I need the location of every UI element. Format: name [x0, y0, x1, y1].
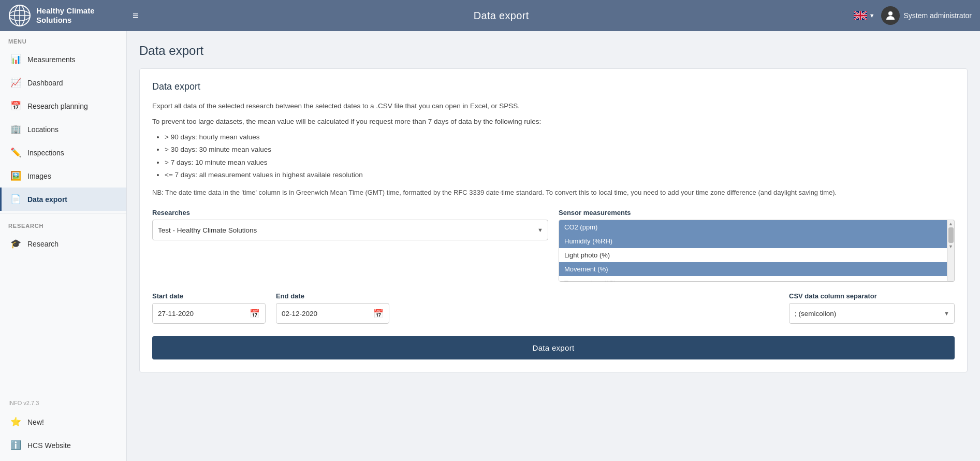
- sidebar-item-locations[interactable]: 🏢 Locations: [0, 118, 126, 141]
- sensor-item-light[interactable]: Light photo (%): [559, 248, 947, 262]
- research-select[interactable]: Test - Healthy Climate Solutions: [152, 220, 548, 240]
- sidebar-item-research[interactable]: 🎓 Research: [0, 232, 126, 255]
- user-info: System administrator: [881, 6, 972, 25]
- sidebar-item-measurements[interactable]: 📊 Measurements: [0, 48, 126, 71]
- sidebar-item-label: Inspections: [27, 149, 64, 157]
- description-1: Export all data of the selected research…: [152, 100, 955, 112]
- brand-logo: [8, 4, 31, 27]
- uk-flag-icon: [854, 11, 867, 20]
- end-date-calendar-icon[interactable]: 📅: [373, 309, 384, 319]
- research-label: RESEARCH: [0, 215, 126, 232]
- end-date-wrapper: 📅: [276, 303, 389, 324]
- researches-group: Researches Test - Healthy Climate Soluti…: [152, 209, 548, 282]
- sensor-scrollbar[interactable]: ▲ ▼: [947, 220, 955, 282]
- csv-label: CSV data column separator: [789, 292, 955, 300]
- rules-list: > 90 days: hourly mean values > 30 days:…: [152, 131, 955, 181]
- start-date-calendar-icon[interactable]: 📅: [250, 309, 260, 319]
- sensor-group: Sensor measurements CO2 (ppm) Humidity (…: [559, 209, 955, 282]
- data-export-icon: 📄: [10, 194, 21, 205]
- sidebar-item-inspections[interactable]: ✏️ Inspections: [0, 141, 126, 164]
- research-icon: 🎓: [10, 238, 21, 249]
- page-title: Data export: [139, 44, 968, 58]
- menu-label: MENU: [0, 31, 126, 48]
- sidebar-item-label: New!: [27, 418, 44, 426]
- rule-item: > 30 days: 30 minute mean values: [165, 143, 955, 156]
- start-date-group: Start date 📅: [152, 292, 266, 324]
- measurements-icon: 📊: [10, 54, 21, 65]
- sidebar-item-label: Data export: [27, 195, 67, 204]
- content-area: Data export Data export Export all data …: [127, 31, 980, 461]
- sensor-label: Sensor measurements: [559, 209, 955, 217]
- rule-item: > 7 days: 10 minute mean values: [165, 156, 955, 169]
- rule-item: <= 7 days: all measurement values in hig…: [165, 169, 955, 181]
- end-date-label: End date: [276, 292, 389, 300]
- brand-name: Healthy ClimateSolutions: [36, 6, 95, 25]
- hamburger-button[interactable]: ≡: [133, 10, 139, 22]
- hcs-website-icon: ℹ️: [10, 440, 21, 451]
- start-date-input[interactable]: [158, 310, 245, 318]
- sidebar-item-label: HCS Website: [27, 441, 71, 450]
- header-right-controls: ▼ System administrator: [854, 6, 972, 25]
- sidebar-item-label: Locations: [27, 125, 58, 134]
- svg-point-6: [888, 11, 893, 16]
- language-selector[interactable]: ▼: [854, 11, 875, 20]
- sidebar-item-new[interactable]: ⭐ New!: [0, 410, 126, 434]
- card-title: Data export: [152, 81, 955, 92]
- sidebar-item-dashboard[interactable]: 📈 Dashboard: [0, 71, 126, 94]
- main-layout: MENU 📊 Measurements 📈 Dashboard 📅 Resear…: [0, 31, 980, 461]
- csv-select[interactable]: ; (semicollon) , (comma) \t (tab): [789, 303, 955, 324]
- header-page-title: Data export: [149, 10, 854, 22]
- researches-label: Researches: [152, 209, 548, 217]
- csv-group: CSV data column separator ; (semicollon)…: [789, 292, 955, 324]
- research-select-wrapper: Test - Healthy Climate Solutions: [152, 220, 548, 240]
- locations-icon: 🏢: [10, 124, 21, 135]
- sensor-listbox-wrapper: CO2 (ppm) Humidity (%RH) Light photo (%)…: [559, 220, 955, 282]
- language-arrow: ▼: [869, 12, 875, 19]
- export-button[interactable]: Data export: [152, 336, 955, 359]
- sidebar-item-label: Images: [27, 172, 51, 180]
- sensor-item-humidity[interactable]: Humidity (%RH): [559, 234, 947, 248]
- form-row-top: Researches Test - Healthy Climate Soluti…: [152, 209, 955, 282]
- data-export-card: Data export Export all data of the selec…: [139, 68, 968, 372]
- description-2: To prevent too large datasets, the mean …: [152, 116, 955, 127]
- dashboard-icon: 📈: [10, 77, 21, 88]
- sensor-item-co2[interactable]: CO2 (ppm): [559, 220, 947, 234]
- top-header: Healthy ClimateSolutions ≡ Data export ▼…: [0, 0, 980, 31]
- inspections-icon: ✏️: [10, 147, 21, 158]
- csv-select-wrapper: ; (semicollon) , (comma) \t (tab): [789, 303, 955, 324]
- sensor-item-temperature[interactable]: Temperature (°C): [559, 276, 947, 282]
- end-date-input[interactable]: [282, 310, 369, 318]
- new-icon: ⭐: [10, 416, 21, 427]
- start-date-wrapper: 📅: [152, 303, 266, 324]
- sidebar-divider: [0, 213, 126, 213]
- sensor-item-movement[interactable]: Movement (%): [559, 262, 947, 276]
- sidebar-item-research-planning[interactable]: 📅 Research planning: [0, 94, 126, 118]
- end-date-group: End date 📅: [276, 292, 389, 324]
- sidebar-item-data-export[interactable]: 📄 Data export: [0, 188, 126, 211]
- user-name: System administrator: [904, 11, 972, 20]
- user-avatar: [881, 6, 900, 25]
- sidebar-item-label: Dashboard: [27, 79, 63, 87]
- sidebar-bottom: INFO v2.7.3 ⭐ New! ℹ️ HCS Website: [0, 396, 126, 461]
- sidebar-item-hcs-website[interactable]: ℹ️ HCS Website: [0, 434, 126, 457]
- start-date-label: Start date: [152, 292, 266, 300]
- scrollbar-thumb[interactable]: [948, 227, 954, 243]
- scrollbar-down[interactable]: ▼: [948, 244, 953, 249]
- images-icon: 🖼️: [10, 170, 21, 181]
- sidebar-item-images[interactable]: 🖼️ Images: [0, 164, 126, 188]
- sidebar-item-label: Measurements: [27, 55, 76, 64]
- scrollbar-up[interactable]: ▲: [948, 221, 953, 226]
- sidebar-item-label: Research: [27, 240, 58, 248]
- sidebar-item-label: Research planning: [27, 102, 88, 110]
- rule-item: > 90 days: hourly mean values: [165, 131, 955, 143]
- info-version: INFO v2.7.3: [0, 396, 126, 410]
- research-planning-icon: 📅: [10, 100, 21, 111]
- sidebar: MENU 📊 Measurements 📈 Dashboard 📅 Resear…: [0, 31, 127, 461]
- brand: Healthy ClimateSolutions: [8, 4, 133, 27]
- sensor-listbox[interactable]: CO2 (ppm) Humidity (%RH) Light photo (%)…: [559, 220, 947, 282]
- note-text: NB: The date time data in the 'time' col…: [152, 188, 955, 198]
- dates-row: Start date 📅 End date 📅 CSV data column …: [152, 292, 955, 324]
